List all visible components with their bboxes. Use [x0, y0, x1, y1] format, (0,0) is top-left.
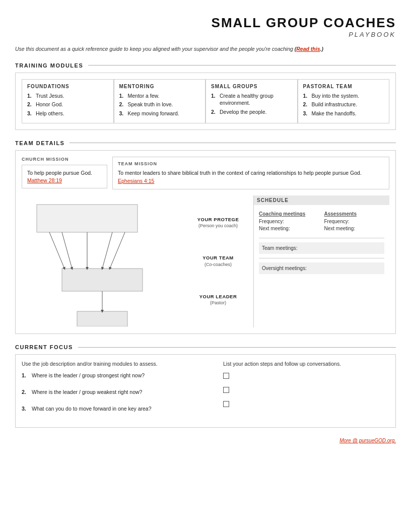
svg-line-5 [102, 232, 112, 269]
current-focus-section: CURRENT FOCUS Use the job description an… [15, 344, 396, 428]
svg-line-6 [49, 232, 64, 269]
checkbox-row-1 [223, 373, 389, 379]
training-modules-label: TRAINING MODULES [15, 62, 396, 69]
checkbox-3-icon [223, 401, 229, 407]
coaching-meetings-col: Coaching meetings Frequency: Next meetin… [259, 211, 319, 233]
list-item: 1.Trust Jesus. [27, 92, 108, 100]
svg-rect-1 [62, 269, 143, 291]
q1-text: Where is the leader / group strongest ri… [32, 372, 145, 379]
svg-line-7 [110, 232, 125, 269]
list-item: 1.Mentor a few. [119, 92, 200, 100]
coaching-next-field: Next meeting: [259, 226, 319, 231]
svg-line-4 [62, 232, 72, 269]
training-modules-box: FOUNDATIONS1.Trust Jesus.2.Honor God.3.H… [15, 73, 396, 130]
team-details-label: TEAM DETAILS [15, 140, 396, 146]
schedule-title: SCHEDULE [254, 195, 389, 205]
team-top-row: CHURCH MISSION To help people pursue God… [22, 157, 389, 190]
training-modules-section: TRAINING MODULES FOUNDATIONS1.Trust Jesu… [15, 62, 396, 130]
matthew-link[interactable]: Matthew 28:19 [27, 177, 62, 183]
diagram-area: YOUR PROTEGE (Person you coach) YOUR TEA… [22, 195, 253, 327]
assessments-next-field: Next meeting: [324, 226, 385, 231]
team-meetings-field: Team meetings: [259, 242, 384, 254]
list-item: 3.Make the handoffs. [303, 110, 384, 117]
current-focus-box: Use the job description and/or training … [15, 354, 396, 428]
list-item: 1.Buy into the system. [303, 92, 384, 100]
list-item: 2.Speak truth in love. [119, 101, 200, 108]
assessments-frequency-field: Frequency: [324, 219, 385, 224]
module-box-mentoring: MENTORING1.Mentor a few.2.Speak truth in… [114, 79, 206, 123]
team-mission-block: TEAM MISSION To mentor leaders to share … [112, 157, 389, 190]
coaching-meetings-label: Coaching meetings [259, 211, 319, 217]
q3-text: What can you do to move forward in one k… [32, 405, 152, 413]
team-mission-text: To mentor leaders to share biblical trut… [118, 169, 384, 185]
hierarchy-diagram [22, 195, 178, 326]
q2-text: Where is the leader / group weakest righ… [32, 388, 142, 396]
page-header: SMALL GROUP COACHES PLAYBOOK [15, 15, 396, 38]
focus-questions-list: 1. Where is the leader / group strongest… [22, 372, 213, 412]
page-footer: More @ pursueGOD.org. [15, 438, 396, 443]
church-mission-inner: To help people pursue God. Matthew 28:19 [22, 165, 107, 188]
modules-grid: FOUNDATIONS1.Trust Jesus.2.Honor God.3.H… [22, 79, 389, 123]
schedule-columns: Coaching meetings Frequency: Next meetin… [259, 209, 384, 233]
q2-num: 2. [22, 388, 28, 396]
svg-rect-2 [77, 311, 127, 326]
team-role-label: YOUR TEAM (Co-coaches) [183, 254, 253, 268]
church-mission-block: CHURCH MISSION To help people pursue God… [22, 157, 112, 190]
list-item: 3.Help others. [27, 110, 108, 117]
list-item: 1.Create a healthy group environment. [211, 92, 292, 107]
page-subtitle: PLAYBOOK [15, 31, 396, 38]
focus-inner: Use the job description and/or training … [22, 361, 389, 421]
checkbox-2-icon [223, 387, 229, 393]
focus-right: List your action steps and follow up con… [223, 361, 389, 421]
schedule-divider-1 [259, 238, 384, 238]
read-this-link[interactable]: Read this [296, 46, 320, 52]
page-title: SMALL GROUP COACHES [15, 15, 396, 31]
schedule-area: SCHEDULE Coaching meetings Frequency: Ne… [253, 195, 389, 327]
schedule-divider-2 [259, 258, 384, 258]
team-details-section: TEAM DETAILS CHURCH MISSION To help peop… [15, 140, 396, 335]
list-item: 2.Develop the people. [211, 108, 292, 116]
module-box-pastoral-team: PASTORAL TEAM1.Buy into the system.2.Bui… [298, 79, 390, 123]
assessments-label: Assessments [324, 211, 385, 217]
current-focus-label: CURRENT FOCUS [15, 344, 396, 350]
assessments-col: Assessments Frequency: Next meeting: [324, 211, 385, 233]
q3-num: 3. [22, 405, 28, 413]
module-box-foundations: FOUNDATIONS1.Trust Jesus.2.Honor God.3.H… [22, 79, 114, 123]
module-box-small-groups: SMALL GROUPS1.Create a healthy group env… [206, 79, 298, 123]
focus-left-desc: Use the job description and/or training … [22, 361, 213, 367]
checkbox-row-3 [223, 401, 389, 407]
list-item: 2.Honor God. [27, 101, 108, 108]
ephesians-link[interactable]: Ephesians 4:15 [118, 178, 154, 184]
footer-link[interactable]: More @ pursueGOD.org. [339, 438, 396, 443]
checkbox-1-icon [223, 373, 229, 379]
q1-num: 1. [22, 372, 28, 379]
church-mission-label: CHURCH MISSION [22, 157, 107, 162]
focus-right-desc: List your action steps and follow up con… [223, 361, 389, 367]
team-details-box: CHURCH MISSION To help people pursue God… [15, 150, 396, 335]
focus-question-2: 2. Where is the leader / group weakest r… [22, 388, 213, 396]
list-item: 2.Build infrastructure. [303, 101, 384, 108]
leader-role-label: YOUR LEADER (Pastor) [183, 293, 253, 306]
diagram-schedule-row: YOUR PROTEGE (Person you coach) YOUR TEA… [22, 195, 389, 327]
protege-role-label: YOUR PROTEGE (Person you coach) [183, 216, 253, 229]
team-mission-label: TEAM MISSION [118, 161, 384, 166]
focus-question-1: 1. Where is the leader / group strongest… [22, 372, 213, 379]
checkbox-row-2 [223, 387, 389, 393]
need-help-bold: (Read this.) [295, 46, 323, 52]
list-item: 3.Keep moving forward. [119, 110, 200, 117]
focus-left: Use the job description and/or training … [22, 361, 213, 421]
svg-rect-0 [37, 205, 138, 232]
focus-question-3: 3. What can you do to move forward in on… [22, 405, 213, 413]
oversight-meetings-field: Oversight meetings: [259, 262, 384, 274]
coaching-frequency-field: Frequency: [259, 219, 319, 224]
intro-text: Use this document as a quick reference g… [15, 45, 396, 53]
